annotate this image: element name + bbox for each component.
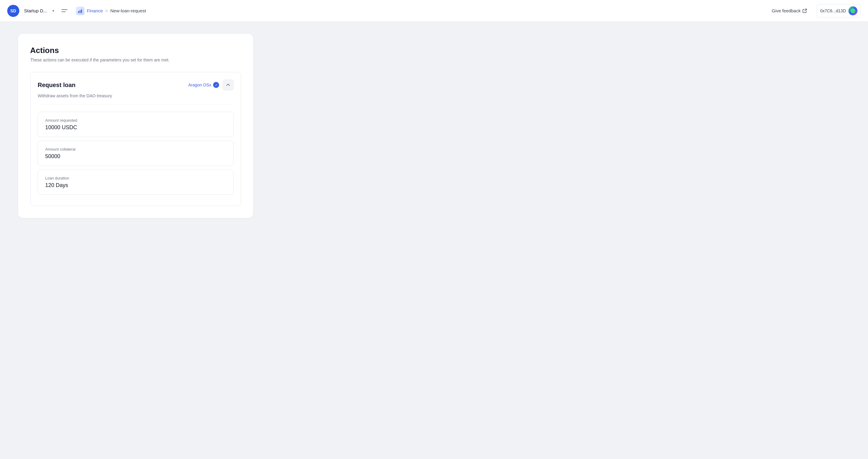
avatar[interactable]: SD <box>7 5 19 17</box>
loan-card: Request loan Aragon OSx ✓ Withdraw asset… <box>30 72 241 206</box>
navbar: SD Startup D... ▾ Finance > New-loan-req… <box>0 0 868 22</box>
loan-card-description: Withdraw assets from the DAO treasury <box>38 93 234 104</box>
actions-title: Actions <box>30 46 241 55</box>
main-content: Actions These actions can be executed if… <box>0 22 271 230</box>
loan-card-header: Request loan Aragon OSx ✓ <box>38 79 234 90</box>
field-amount-requested: Amount requested 10000 USDC <box>38 112 234 137</box>
loan-card-header-right: Aragon OSx ✓ <box>188 79 234 90</box>
wallet-address[interactable]: 0x7C6...d13D <box>817 4 861 18</box>
loan-card-title: Request loan <box>38 81 76 89</box>
page-card: Actions These actions can be executed if… <box>18 34 253 218</box>
aragon-badge-label: Aragon OSx <box>188 83 211 87</box>
give-feedback-button[interactable]: Give feedback <box>768 6 811 16</box>
svg-rect-2 <box>81 9 82 13</box>
amount-collateral-label: Amount collateral <box>45 147 226 152</box>
field-amount-collateral: Amount collateral 50000 <box>38 141 234 166</box>
breadcrumb-current-page: New-loan-request <box>110 8 146 13</box>
chevron-down-icon[interactable]: ▾ <box>53 9 54 13</box>
chevron-up-icon <box>226 83 230 87</box>
actions-subtitle: These actions can be executed if the par… <box>30 58 241 62</box>
amount-requested-value: 10000 USDC <box>45 124 226 131</box>
loan-duration-value: 120 Days <box>45 182 226 189</box>
collapse-button[interactable] <box>223 79 234 90</box>
breadcrumb-separator: > <box>105 8 108 13</box>
svg-point-3 <box>850 8 855 13</box>
svg-rect-1 <box>80 10 81 13</box>
org-name[interactable]: Startup D... <box>24 8 47 13</box>
check-circle-icon: ✓ <box>213 82 219 88</box>
globe-icon <box>848 6 858 15</box>
loan-duration-label: Loan duration <box>45 176 226 181</box>
external-link-icon <box>802 8 807 13</box>
amount-requested-label: Amount requested <box>45 118 226 123</box>
give-feedback-label: Give feedback <box>772 8 801 13</box>
navbar-left: SD Startup D... ▾ Finance > New-loan-req… <box>7 5 146 17</box>
finance-breadcrumb-link[interactable]: Finance <box>87 8 103 13</box>
menu-icon[interactable] <box>61 7 69 14</box>
amount-collateral-value: 50000 <box>45 153 226 160</box>
svg-rect-0 <box>78 11 79 13</box>
aragon-badge[interactable]: Aragon OSx ✓ <box>188 82 219 88</box>
breadcrumb: Finance > New-loan-request <box>76 7 146 15</box>
finance-icon <box>76 7 84 15</box>
wallet-address-text: 0x7C6...d13D <box>820 8 846 13</box>
field-loan-duration: Loan duration 120 Days <box>38 170 234 195</box>
navbar-right: Give feedback 0x7C6...d13D <box>768 4 861 18</box>
